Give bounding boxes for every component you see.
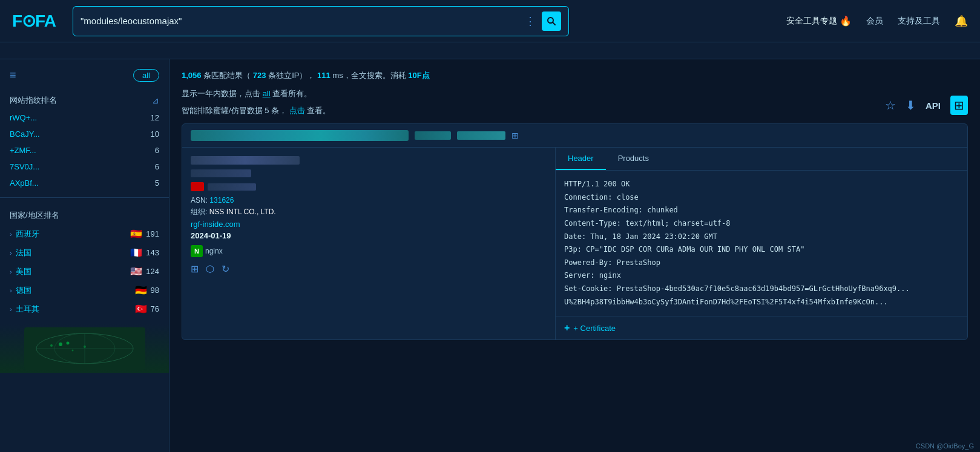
bell-icon[interactable]: 🔔 xyxy=(955,15,968,28)
result-date: 2024-01-19 xyxy=(191,231,547,240)
country-section-title: 国家/地区排名 xyxy=(0,204,169,224)
cube-icon[interactable]: ⬡ xyxy=(206,263,214,275)
nav-support-tools[interactable]: 支持及工具 xyxy=(898,16,940,27)
year-notice: 显示一年内数据，点击 all 查看所有。 xyxy=(182,87,968,100)
fingerprint-item-2[interactable]: +ZMF... 6 xyxy=(0,142,169,159)
blurred-ip-bar xyxy=(191,156,300,165)
download-icon[interactable]: ⬇ xyxy=(906,98,916,113)
country-list: › 西班牙 🇪🇸 191 › 法国 🇫🇷 143 › 美国 🇺🇸 124 › 德… xyxy=(0,224,169,318)
logo-fa: FA xyxy=(35,11,56,30)
sidebar-divider-1 xyxy=(0,197,169,198)
sidebar: ≡ all 网站指纹排名 ⊿ rWQ+... 12 BCaJY... 10 +Z… xyxy=(0,59,169,452)
flag-spain: 🇪🇸 xyxy=(130,228,142,240)
blurred-url-bar xyxy=(191,130,409,141)
nav-links: 安全工具专题 🔥 会员 支持及工具 🔔 xyxy=(786,15,968,28)
country-item-2[interactable]: › 美国 🇺🇸 124 xyxy=(0,262,169,281)
svg-point-7 xyxy=(59,342,62,346)
country-flag-image xyxy=(191,182,204,191)
server-badge: N nginx xyxy=(191,245,223,257)
result-card-left: ASN: 131626 组织: NSS INTL CO., LTD. rgf-i… xyxy=(182,148,556,339)
time-ms: 111 xyxy=(317,71,331,80)
result-card-body: ASN: 131626 组织: NSS INTL CO., LTD. rgf-i… xyxy=(182,148,967,339)
honeypot-notice: 智能排除蜜罐/仿冒数据 5 条， 点击 查看。 xyxy=(182,105,968,116)
header-line-1: Connection: close xyxy=(564,191,959,205)
navbar: F⊙FA ⋮ 安全工具专题 🔥 会员 支持及工具 🔔 xyxy=(0,0,980,42)
nav-membership[interactable]: 会员 xyxy=(866,16,883,27)
asn-value[interactable]: 131626 xyxy=(209,196,234,205)
nginx-icon: N xyxy=(191,245,203,257)
certificate-row[interactable]: + + Certificate xyxy=(556,316,967,339)
fingerprint-item-0[interactable]: rWQ+... 12 xyxy=(0,110,169,126)
blurred-url-part3 xyxy=(457,131,505,140)
toolbar-icons: ☆ ⬇ API ⊞ xyxy=(885,96,968,115)
chevron-right-icon: › xyxy=(10,249,12,257)
tab-products[interactable]: Products xyxy=(606,148,661,170)
blurred-ip-bar2 xyxy=(191,169,251,177)
fingerprint-item-3[interactable]: 7SV0J... 6 xyxy=(0,159,169,175)
all-badge[interactable]: all xyxy=(133,69,159,82)
result-card-header: ⊞ xyxy=(182,124,967,148)
logo-text: F xyxy=(12,11,22,30)
honeypot-link[interactable]: 点击 xyxy=(289,106,305,115)
flag-france: 🇫🇷 xyxy=(130,247,142,258)
header-content: HTTP/1.1 200 OK Connection: close Transf… xyxy=(556,171,967,316)
header-line-8: Set-Cookie: PrestaShop-4bed530ac7f10e5c8… xyxy=(564,283,959,296)
blurred-location xyxy=(208,183,256,191)
fire-icon: 🔥 xyxy=(840,15,852,27)
all-link[interactable]: all xyxy=(263,89,271,98)
chevron-right-icon: › xyxy=(10,306,12,313)
grid-view-icon[interactable]: ⊞ xyxy=(950,96,968,115)
domain-link[interactable]: rgf-inside.com xyxy=(191,220,547,229)
header-line-6: Powered-By: PrestaShop xyxy=(564,257,959,270)
country-item-1[interactable]: › 法国 🇫🇷 143 xyxy=(0,243,169,262)
refresh-icon[interactable]: ↻ xyxy=(222,263,229,275)
asn-row: ASN: 131626 xyxy=(191,196,547,205)
fingerprint-section-title: 网站指纹排名 ⊿ xyxy=(0,89,169,110)
external-link-icon[interactable]: ⊞ xyxy=(511,131,519,140)
svg-point-11 xyxy=(71,350,73,352)
flag-germany: 🇩🇪 xyxy=(135,284,147,296)
header-line-4: Date: Thu, 18 Jan 2024 23:02:20 GMT xyxy=(564,231,959,244)
result-tabs: Header Products xyxy=(556,148,967,171)
total-matches: 1,056 xyxy=(182,71,202,80)
search-input[interactable] xyxy=(81,16,525,26)
header-line-9: U%2BH4p38T9ibbHw4b3oCySyf3DAntiFonD7Hd%2… xyxy=(564,296,959,309)
flag-turkey: 🇹🇷 xyxy=(135,303,147,315)
world-map xyxy=(0,324,169,373)
org-value: NSS INTL CO., LTD. xyxy=(209,208,276,216)
fingerprint-list: rWQ+... 12 BCaJY... 10 +ZMF... 6 7SV0J..… xyxy=(0,110,169,191)
star-icon[interactable]: ☆ xyxy=(885,98,896,113)
blurred-url-part2 xyxy=(415,131,451,140)
svg-point-9 xyxy=(50,344,53,347)
result-card: ⊞ ASN: 131626 组 xyxy=(182,123,968,340)
screenshot-icon[interactable]: ⊞ xyxy=(191,263,199,275)
chevron-right-icon: › xyxy=(10,268,12,275)
search-button[interactable] xyxy=(542,11,561,31)
card-action-icons: ⊞ ⬡ ↻ xyxy=(191,263,547,275)
tab-header[interactable]: Header xyxy=(556,148,606,170)
header-line-5: P3p: CP="IDC DSP COR CURa ADMa OUR IND P… xyxy=(564,243,959,257)
header-line-3: Content-Type: text/html; charset=utf-8 xyxy=(564,217,959,231)
fingerprint-item-4[interactable]: AXpBf... 5 xyxy=(0,175,169,191)
flag-usa: 🇺🇸 xyxy=(130,266,142,277)
country-item-3[interactable]: › 德国 🇩🇪 98 xyxy=(0,281,169,300)
main-layout: ≡ all 网站指纹排名 ⊿ rWQ+... 12 BCaJY... 10 +Z… xyxy=(0,59,980,452)
footer-attribution: CSDN @OidBoy_G xyxy=(910,440,980,452)
fingerprint-item-1[interactable]: BCaJY... 10 xyxy=(0,126,169,142)
country-item-0[interactable]: › 西班牙 🇪🇸 191 xyxy=(0,224,169,243)
api-button[interactable]: API xyxy=(926,100,941,111)
sub-header xyxy=(0,42,980,59)
svg-point-10 xyxy=(84,346,86,348)
search-options-icon[interactable]: ⋮ xyxy=(525,15,536,28)
svg-line-1 xyxy=(553,22,555,25)
header-line-2: Transfer-Encoding: chunked xyxy=(564,204,959,217)
org-row: 组织: NSS INTL CO., LTD. xyxy=(191,207,547,217)
svg-point-8 xyxy=(66,342,69,345)
result-summary: 1,056 条匹配结果（ 723 条独立IP）， 111 ms，全文搜索。消耗 … xyxy=(182,69,968,82)
country-item-4[interactable]: › 土耳其 🇹🇷 76 xyxy=(0,300,169,318)
search-bar: ⋮ xyxy=(73,6,569,36)
filter-icon[interactable]: ≡ xyxy=(10,69,16,82)
logo-o: ⊙ xyxy=(22,11,35,30)
sort-icon[interactable]: ⊿ xyxy=(152,96,159,105)
nav-security-tools[interactable]: 安全工具专题 🔥 xyxy=(786,15,852,27)
